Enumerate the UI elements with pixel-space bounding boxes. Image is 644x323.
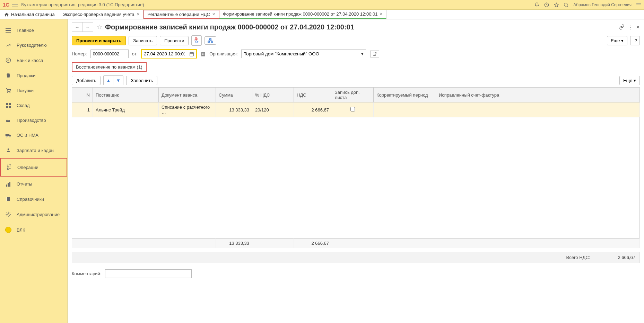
sidebar-label: Склад <box>17 103 30 108</box>
nav-forward-button[interactable]: → <box>82 23 93 32</box>
svg-rect-17 <box>8 183 9 187</box>
svg-rect-31 <box>203 54 204 55</box>
col-extra-sheet[interactable]: Запись доп. листа <box>332 88 374 102</box>
cell-doc: Списание с расчетного … <box>159 102 216 117</box>
sidebar-item-main[interactable]: Главное <box>0 23 67 38</box>
sidebar-item-production[interactable]: Производство <box>0 113 67 128</box>
top-header: 1C Бухгалтерия предприятия, редакция 3.0… <box>0 0 644 10</box>
close-icon[interactable]: ✕ <box>636 25 640 30</box>
settings-icon[interactable] <box>636 3 641 7</box>
book-icon <box>5 196 12 202</box>
open-org-icon[interactable] <box>370 51 379 57</box>
bars-icon <box>5 182 12 187</box>
bag-icon <box>5 73 12 78</box>
col-doc[interactable]: Документ аванса <box>159 88 216 102</box>
svg-point-2 <box>564 3 567 6</box>
col-corr-invoice[interactable]: Исправленный счет-фактура <box>436 88 640 102</box>
sidebar-item-vlk[interactable]: ВЛК <box>0 222 67 238</box>
sidebar-label: Операции <box>17 165 38 170</box>
tab-close-icon[interactable]: ✕ <box>137 12 140 17</box>
kebab-icon[interactable]: ⋮ <box>628 25 633 30</box>
hamburger-icon[interactable] <box>12 3 18 7</box>
sidebar-item-catalogs[interactable]: Справочники <box>0 191 67 207</box>
bell-icon[interactable] <box>534 2 539 7</box>
svg-point-6 <box>8 92 8 92</box>
cell-corr-period <box>374 102 436 117</box>
favorite-star-icon[interactable]: ☆ <box>97 23 102 31</box>
sidebar: Главное Руководителю ₽ Банк и касса Прод… <box>0 19 68 323</box>
post-and-close-button[interactable]: Провести и закрыть <box>72 36 126 45</box>
number-input[interactable] <box>90 50 129 58</box>
svg-rect-30 <box>202 54 203 55</box>
user-name[interactable]: Абрамов Геннадий Сергеевич <box>573 2 632 7</box>
table-row[interactable]: 1 Альянс Трейд Списание с расчетного … 1… <box>72 102 640 117</box>
calendar-icon[interactable] <box>187 51 196 57</box>
fill-button[interactable]: Заполнить <box>126 76 157 85</box>
svg-rect-22 <box>211 41 213 42</box>
help-button[interactable]: ? <box>630 36 640 45</box>
table-more-button[interactable]: Еще ▾ <box>619 76 640 85</box>
truck-icon <box>5 133 12 137</box>
sidebar-item-bank[interactable]: ₽ Банк и касса <box>0 53 67 68</box>
nav-back-button[interactable]: ← <box>72 23 82 32</box>
tab-home[interactable]: Начальная страница <box>0 10 59 19</box>
comment-label: Комментарий: <box>72 271 102 276</box>
totals-row: Всего НДС: 2 666,67 <box>72 252 640 263</box>
sidebar-item-purchases[interactable]: Покупки <box>0 83 67 98</box>
sidebar-label: Банк и касса <box>17 58 43 63</box>
tab-close-icon[interactable]: ✕ <box>380 12 383 16</box>
tab-home-label: Начальная страница <box>11 12 55 17</box>
svg-rect-8 <box>6 103 8 105</box>
sidebar-label: Производство <box>17 118 46 123</box>
link-icon[interactable] <box>619 24 625 30</box>
org-input[interactable] <box>242 50 359 58</box>
col-vat[interactable]: НДС <box>294 88 332 102</box>
dtkt-button[interactable]: ДтКт <box>191 35 201 46</box>
svg-rect-23 <box>190 52 194 56</box>
sub-tab-advances[interactable]: Восстановление по авансам (1) <box>72 62 147 72</box>
extra-sheet-checkbox[interactable] <box>350 107 355 111</box>
col-supplier[interactable]: Поставщик <box>93 88 159 102</box>
tab-express-check[interactable]: Экспресс-проверка ведения учета ✕ <box>59 10 143 19</box>
history-icon[interactable] <box>544 2 549 7</box>
move-up-button[interactable]: ▲ <box>104 76 113 85</box>
org-label: Организация: <box>209 51 238 56</box>
sidebar-item-sales[interactable]: Продажи <box>0 68 67 83</box>
tab-label: Формирование записей книги продаж 0000-0… <box>223 11 377 17</box>
structure-button[interactable] <box>204 36 216 45</box>
post-button[interactable]: Провести <box>160 36 189 45</box>
comment-input[interactable] <box>105 269 192 278</box>
sidebar-item-operations[interactable]: ДтКт Операции <box>0 158 67 177</box>
cell-vat: 2 666,67 <box>294 102 332 117</box>
add-button[interactable]: Добавить <box>72 76 101 85</box>
svg-rect-29 <box>203 53 204 53</box>
sidebar-item-warehouse[interactable]: Склад <box>0 98 67 113</box>
cell-n: 1 <box>72 102 93 117</box>
svg-rect-20 <box>209 38 211 39</box>
tab-sales-book-entries[interactable]: Формирование записей книги продаж 0000-0… <box>219 10 386 19</box>
sidebar-item-admin[interactable]: Администрирование <box>0 207 67 222</box>
search-icon[interactable] <box>564 2 568 7</box>
more-button[interactable]: Еще ▾ <box>607 36 627 45</box>
tab-close-icon[interactable]: ✕ <box>212 12 215 17</box>
sidebar-item-assets[interactable]: ОС и НМА <box>0 128 67 143</box>
sidebar-item-manager[interactable]: Руководителю <box>0 38 67 53</box>
tab-reglament-vat[interactable]: Регламентные операции НДС ✕ <box>143 10 219 19</box>
col-sum[interactable]: Сумма <box>216 88 252 102</box>
svg-rect-18 <box>9 182 10 187</box>
star-icon[interactable] <box>554 2 559 7</box>
sidebar-label: ОС и НМА <box>17 133 38 138</box>
sidebar-item-reports[interactable]: Отчеты <box>0 177 67 191</box>
date-input[interactable] <box>142 50 187 58</box>
date-field <box>141 49 197 59</box>
cell-extra-sheet <box>332 102 374 117</box>
col-corr-period[interactable]: Корректируемый период <box>374 88 436 102</box>
svg-text:₽: ₽ <box>7 59 9 62</box>
save-button[interactable]: Записать <box>129 36 157 45</box>
dropdown-icon[interactable]: ▾ <box>359 50 366 57</box>
col-n[interactable]: N <box>72 88 93 102</box>
move-down-button[interactable]: ▼ <box>113 76 123 85</box>
sidebar-item-payroll[interactable]: Зарплата и кадры <box>0 143 67 158</box>
date-label: от: <box>132 51 138 56</box>
col-vat-pct[interactable]: % НДС <box>252 88 294 102</box>
